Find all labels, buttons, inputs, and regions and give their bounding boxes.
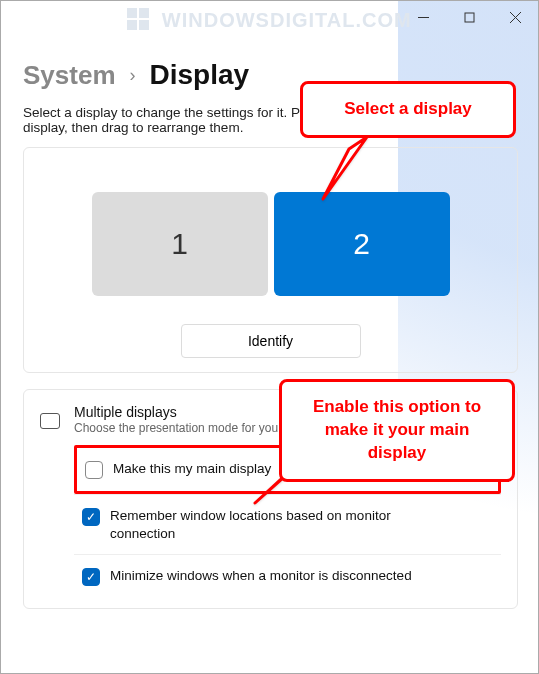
- display-arrangement-card: 1 2 Identify: [23, 147, 518, 373]
- page-title: Display: [150, 59, 250, 91]
- close-button[interactable]: [492, 1, 538, 33]
- monitor-2[interactable]: 2: [274, 192, 450, 296]
- annotation-tail-1: [309, 135, 369, 205]
- label-main-display: Make this my main display: [113, 460, 271, 478]
- chevron-right-icon: ›: [130, 65, 136, 86]
- checkbox-main-display[interactable]: [85, 461, 103, 479]
- monitor-canvas[interactable]: 1 2: [24, 148, 517, 320]
- window-controls: [400, 1, 538, 33]
- annotation-enable-main: Enable this option to make it your main …: [279, 379, 515, 482]
- identify-button[interactable]: Identify: [181, 324, 361, 358]
- checkbox-minimize-disconnect[interactable]: ✓: [82, 568, 100, 586]
- minimize-button[interactable]: [400, 1, 446, 33]
- label-minimize-disconnect: Minimize windows when a monitor is disco…: [110, 567, 412, 585]
- annotation-select-display: Select a display: [300, 81, 516, 138]
- label-remember-locations: Remember window locations based on monit…: [110, 507, 440, 542]
- option-minimize-disconnect[interactable]: ✓ Minimize windows when a monitor is dis…: [74, 555, 501, 598]
- svg-marker-4: [323, 137, 367, 199]
- maximize-button[interactable]: [446, 1, 492, 33]
- breadcrumb-system[interactable]: System: [23, 60, 116, 91]
- checkbox-remember-locations[interactable]: ✓: [82, 508, 100, 526]
- svg-rect-1: [465, 13, 474, 22]
- displays-icon: [40, 413, 60, 429]
- monitor-1[interactable]: 1: [92, 192, 268, 296]
